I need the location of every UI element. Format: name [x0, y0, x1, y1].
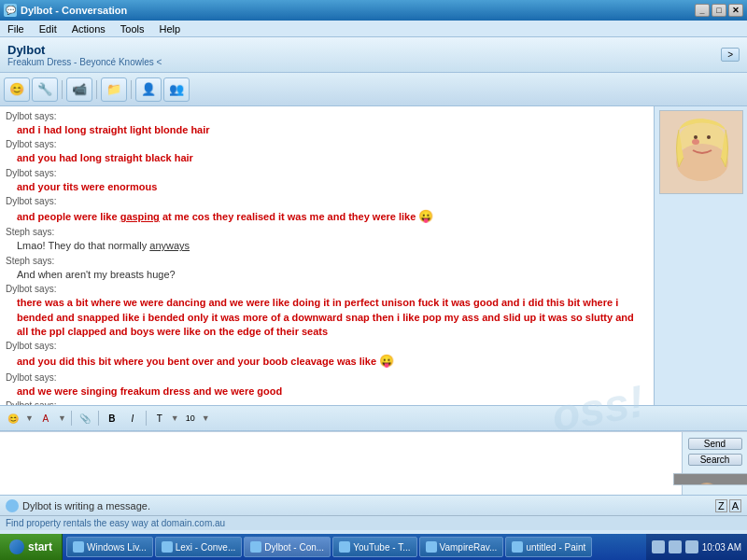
sys-tray-icon-2: [669, 540, 682, 553]
chat-area[interactable]: Dylbot says: and i had long straight lig…: [0, 106, 654, 405]
message-6: And when aren't my breasts huge?: [6, 268, 648, 282]
avatar-bottom-image: [674, 474, 748, 485]
toolbar-separator-2: [96, 80, 97, 99]
toolbar: 😊 🔧 📹 📁 👤 👥: [0, 73, 747, 106]
sender-label: Dylbot says:: [6, 399, 648, 405]
taskbar-clock: 10:03 AM: [702, 542, 741, 553]
app-icon: 💬: [4, 4, 17, 17]
format-emoticon-button[interactable]: 😊: [4, 409, 22, 427]
sender-label: Dylbot says:: [6, 340, 648, 353]
status-resize[interactable]: Z A: [715, 499, 741, 512]
contact-avatar-bottom: [673, 473, 748, 485]
sys-tray-icon-3: [685, 540, 698, 553]
contact-info: Dylbot Freakum Dress - Beyoncé Knowles <: [7, 43, 721, 67]
resize-a-icon[interactable]: A: [729, 499, 741, 512]
window-controls[interactable]: _ □ ✕: [695, 4, 743, 17]
format-font-size-button[interactable]: 10: [181, 409, 200, 427]
status-text: Dylbot is writing a message.: [22, 500, 712, 511]
avatar-top-image: [660, 111, 743, 194]
format-toolbar: 😊 ▼ A ▼ 📎 B I T ▼ 10 ▼: [0, 405, 747, 431]
contact-avatar-top: [659, 110, 743, 194]
taskbar-item-0[interactable]: Windows Liv...: [66, 537, 153, 557]
start-label: start: [28, 540, 52, 553]
message-4: and people were like gasping at me cos t…: [6, 208, 648, 225]
svg-point-3: [676, 144, 728, 181]
message-1: and i had long straight light blonde hai…: [6, 123, 648, 137]
contact-name: Dylbot: [7, 43, 721, 57]
format-separator-2: [98, 411, 99, 426]
taskbar-label-0: Windows Liv...: [87, 542, 147, 553]
taskbar-item-2[interactable]: Dylbot - Con...: [244, 537, 331, 557]
close-button[interactable]: ✕: [728, 4, 743, 17]
format-separator-3: [146, 411, 147, 426]
window-title: Dylbot - Conversation: [21, 5, 127, 16]
format-attach-button[interactable]: 📎: [76, 409, 94, 427]
sender-label: Steph says:: [6, 255, 648, 268]
toolbar-emoticon-button[interactable]: 😊: [4, 77, 30, 102]
sender-label: Dylbot says:: [6, 283, 648, 296]
start-logo: [9, 539, 24, 554]
toolbar-group-button[interactable]: 👥: [163, 77, 190, 102]
title-bar: 💬 Dylbot - Conversation _ □ ✕: [0, 0, 747, 21]
toolbar-settings-button[interactable]: 🔧: [32, 77, 58, 102]
title-bar-left: 💬 Dylbot - Conversation: [4, 4, 127, 17]
menu-bar: File Edit Actions Tools Help: [0, 21, 747, 37]
toolbar-camera-button[interactable]: 📹: [66, 77, 92, 102]
menu-edit[interactable]: Edit: [35, 22, 61, 35]
sender-label: Dylbot says:: [6, 195, 648, 208]
format-bold-button[interactable]: B: [103, 409, 121, 427]
chat-input[interactable]: [0, 432, 682, 495]
toolbar-contact-button[interactable]: 👤: [135, 77, 162, 102]
menu-file[interactable]: File: [4, 22, 28, 35]
send-button[interactable]: Send: [688, 438, 742, 450]
message-8: and you did this bit where you bent over…: [6, 353, 648, 370]
sender-label: Dylbot says:: [6, 110, 648, 123]
taskbar-icon-2: [250, 541, 261, 553]
taskbar: start Windows Liv... Lexi - Conve... Dyl…: [0, 534, 747, 560]
message-9: and we were singing freakum dress and we…: [6, 385, 648, 399]
taskbar-item-4[interactable]: VampireRav...: [419, 537, 504, 557]
start-button[interactable]: start: [0, 534, 63, 560]
sender-label: Dylbot says:: [6, 371, 648, 385]
contact-status: Freakum Dress - Beyoncé Knowles <: [7, 57, 721, 67]
taskbar-label-3: YouTube - T...: [353, 542, 410, 553]
taskbar-item-1[interactable]: Lexi - Conve...: [155, 537, 242, 557]
ad-bar: Find property rentals the easy way at do…: [0, 515, 747, 530]
resize-z-icon[interactable]: Z: [715, 499, 727, 512]
contact-nav[interactable]: >: [721, 48, 740, 62]
format-color-button[interactable]: A: [36, 409, 55, 427]
toolbar-file-button[interactable]: 📁: [101, 77, 127, 102]
contact-header: Dylbot Freakum Dress - Beyoncé Knowles <…: [0, 37, 747, 73]
taskbar-right: 10:03 AM: [646, 534, 747, 560]
side-panel: [654, 106, 747, 405]
menu-help[interactable]: Help: [155, 22, 184, 35]
taskbar-icon-0: [73, 541, 84, 553]
minimize-button[interactable]: _: [695, 4, 710, 17]
menu-actions[interactable]: Actions: [68, 22, 109, 35]
taskbar-label-4: VampireRav...: [440, 542, 498, 553]
taskbar-items: Windows Liv... Lexi - Conve... Dylbot - …: [63, 535, 646, 559]
sender-label: Steph says:: [6, 226, 648, 239]
format-italic-button[interactable]: I: [123, 409, 142, 427]
taskbar-label-2: Dylbot - Con...: [264, 542, 324, 553]
sender-label: Dylbot says:: [6, 167, 648, 180]
taskbar-item-5[interactable]: untitled - Paint: [505, 537, 592, 557]
taskbar-icon-4: [426, 541, 437, 553]
taskbar-icon-1: [162, 541, 173, 553]
menu-tools[interactable]: Tools: [117, 22, 148, 35]
nav-forward-button[interactable]: >: [721, 48, 740, 62]
toolbar-separator-3: [131, 80, 132, 99]
input-area: Send Search: [0, 431, 747, 495]
ad-text: Find property rentals the easy way at do…: [6, 518, 225, 528]
input-buttons: Send Search: [682, 432, 747, 495]
taskbar-label-1: Lexi - Conve...: [176, 542, 235, 553]
message-7: there was a bit where we were dancing an…: [6, 296, 648, 339]
status-bar: Dylbot is writing a message. Z A: [0, 495, 747, 515]
taskbar-icon-5: [512, 541, 523, 553]
maximize-button[interactable]: □: [712, 4, 726, 17]
taskbar-item-3[interactable]: YouTube - T...: [332, 537, 416, 557]
search-button[interactable]: Search: [688, 454, 742, 466]
status-icon: [6, 499, 19, 512]
sys-tray-icon-1: [652, 540, 665, 553]
format-font-button[interactable]: T: [150, 409, 169, 427]
